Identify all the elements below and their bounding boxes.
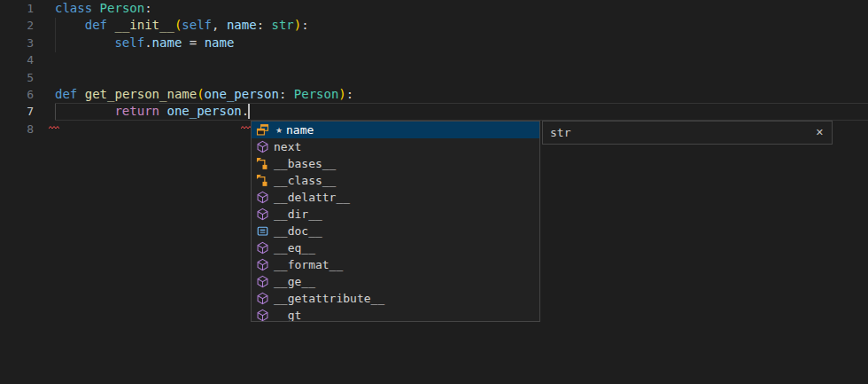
code-line[interactable]: return one_person. bbox=[55, 103, 868, 120]
method-icon bbox=[256, 191, 269, 204]
line-number: 1 bbox=[0, 0, 34, 17]
method-icon bbox=[256, 241, 269, 255]
suggestion-item[interactable]: __getattribute__ bbox=[252, 290, 539, 307]
suggestion-item[interactable]: __bases__ bbox=[252, 155, 539, 172]
code-line[interactable]: class Person: bbox=[55, 0, 868, 17]
suggestion-item[interactable]: __ge__ bbox=[252, 273, 539, 290]
suggestion-item[interactable]: __doc__ bbox=[252, 223, 539, 239]
suggestion-item[interactable]: __class__ bbox=[252, 172, 539, 189]
suggest-details: str ✕ bbox=[542, 121, 833, 145]
method-icon bbox=[256, 258, 269, 271]
suggestion-label: __ge__ bbox=[274, 273, 315, 290]
line-number: 3 bbox=[0, 35, 34, 51]
suggestion-label: __gt__ bbox=[274, 307, 315, 322]
suggestion-label: __doc__ bbox=[274, 223, 322, 239]
suggestion-label: __class__ bbox=[274, 172, 336, 189]
suggestion-item[interactable]: ★name bbox=[252, 121, 539, 138]
suggest-widget: ★namenext__bases____class____delattr____… bbox=[251, 121, 540, 322]
suggestion-label: __eq__ bbox=[274, 239, 315, 256]
error-squiggle-icon bbox=[49, 116, 59, 133]
line-number: 4 bbox=[0, 51, 34, 68]
line-number: 6 bbox=[0, 86, 34, 103]
suggestion-item[interactable]: __dir__ bbox=[252, 206, 539, 223]
line-number: 8 bbox=[0, 121, 34, 137]
star-icon: ★ bbox=[274, 126, 284, 135]
suggestion-item[interactable]: next bbox=[252, 138, 539, 155]
field-icon bbox=[256, 123, 269, 137]
suggestion-item[interactable]: __gt__ bbox=[252, 307, 539, 322]
class-icon bbox=[256, 174, 269, 187]
close-icon[interactable]: ✕ bbox=[816, 121, 832, 144]
class-icon bbox=[256, 157, 269, 170]
line-number: 7 bbox=[0, 103, 34, 120]
constant-icon bbox=[256, 224, 269, 238]
suggestion-item[interactable]: __eq__ bbox=[252, 239, 539, 256]
suggestion-label: __bases__ bbox=[274, 155, 336, 172]
method-icon bbox=[256, 292, 269, 305]
suggestion-item[interactable]: __delattr__ bbox=[252, 189, 539, 206]
method-icon bbox=[256, 275, 269, 288]
method-icon bbox=[256, 140, 269, 153]
suggestion-label: __getattribute__ bbox=[274, 290, 384, 307]
method-icon bbox=[256, 309, 269, 322]
code-line[interactable]: self.name = name bbox=[55, 35, 868, 51]
line-number: 2 bbox=[0, 17, 34, 34]
line-number: 5 bbox=[0, 69, 34, 86]
method-icon bbox=[256, 208, 269, 221]
suggestion-label: __format__ bbox=[274, 256, 343, 273]
code-line[interactable]: def __init__(self, name: str): bbox=[55, 17, 868, 34]
suggestion-label: __delattr__ bbox=[274, 189, 350, 206]
code-line[interactable]: def get_person_name(one_person: Person): bbox=[55, 86, 868, 103]
code-editor[interactable]: 12345678 class Person: def __init__(self… bbox=[0, 0, 868, 384]
suggestion-detail-text: str bbox=[543, 126, 816, 139]
suggestion-item[interactable]: __format__ bbox=[252, 256, 539, 273]
suggestion-label: __dir__ bbox=[274, 206, 322, 223]
text-cursor bbox=[248, 104, 250, 119]
suggestion-label: name bbox=[286, 121, 314, 138]
suggestion-label: next bbox=[274, 138, 301, 155]
